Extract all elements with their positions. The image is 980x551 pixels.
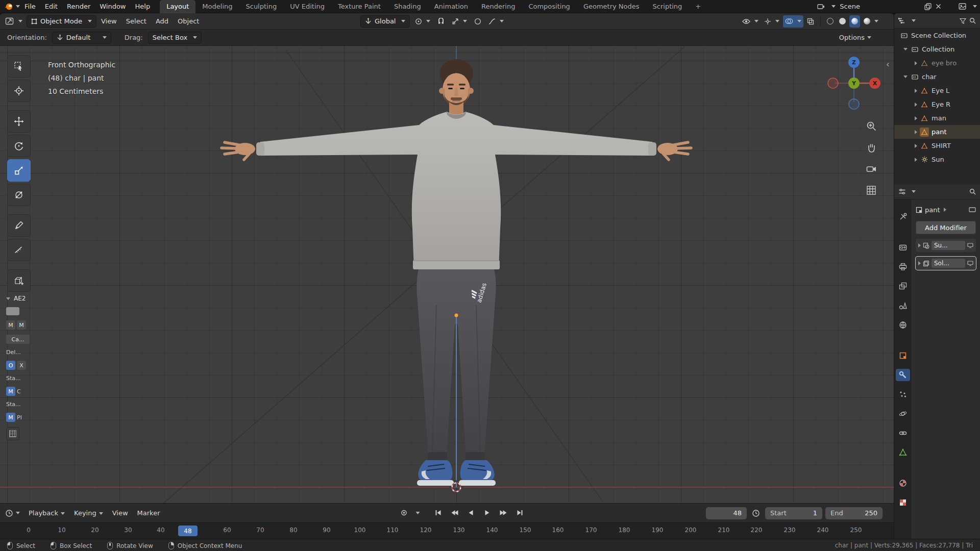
outliner-row-char[interactable]: char <box>894 70 980 84</box>
end-frame-field[interactable]: End250 <box>825 507 883 519</box>
view-layer-icon[interactable] <box>959 3 966 10</box>
expand-icon[interactable] <box>918 261 921 265</box>
tab-shading[interactable]: Shading <box>387 0 428 13</box>
proportional-falloff-dropdown[interactable] <box>486 15 506 28</box>
new-scene-icon[interactable] <box>924 3 932 10</box>
tab-constraints[interactable] <box>896 427 910 439</box>
shading-solid-button[interactable] <box>837 15 848 28</box>
tab-uv-editing[interactable]: UV Editing <box>283 0 331 13</box>
tool-scale[interactable] <box>7 159 31 182</box>
tab-geometry-nodes[interactable]: Geometry Nodes <box>577 0 646 13</box>
camera-view-button[interactable] <box>864 161 879 177</box>
ae2-panel-header[interactable]: AE2 <box>6 295 43 302</box>
tab-modeling[interactable]: Modeling <box>195 0 239 13</box>
menu-select[interactable]: Select <box>121 17 151 25</box>
disclosure-icon[interactable] <box>915 61 917 65</box>
tab-material[interactable] <box>896 477 910 489</box>
ae2-x-button[interactable]: X <box>17 361 26 370</box>
jump-to-start-button[interactable] <box>431 507 446 519</box>
modifier-name-field[interactable]: Sol... <box>932 259 965 268</box>
menu-keying[interactable]: Keying <box>69 509 108 517</box>
chevron-down-icon[interactable] <box>16 512 20 514</box>
tab-physics[interactable] <box>896 408 910 420</box>
play-reverse-button[interactable] <box>464 507 478 519</box>
ae2-c-label[interactable]: C <box>17 388 21 395</box>
tool-annotate[interactable] <box>7 214 31 237</box>
ae2-o-toggle[interactable]: O <box>6 361 15 370</box>
shading-rendered-button[interactable] <box>862 15 880 28</box>
tab-world[interactable] <box>896 319 910 331</box>
outliner-row-scene-collection[interactable]: Scene Collection <box>894 29 980 42</box>
tab-view-layer[interactable] <box>896 280 910 292</box>
modifier-display-icon[interactable] <box>967 261 973 266</box>
play-button[interactable] <box>480 507 495 519</box>
modifier-name-field[interactable]: Su... <box>932 241 965 250</box>
tab-rendering[interactable]: Rendering <box>475 0 522 13</box>
overlays-toggle[interactable] <box>783 15 803 28</box>
tab-object[interactable] <box>896 349 910 362</box>
tab-output[interactable] <box>896 261 910 273</box>
menu-object[interactable]: Object <box>173 17 204 25</box>
outliner-row-shirt[interactable]: SHIRT <box>894 139 980 153</box>
tab-tool[interactable] <box>896 211 910 223</box>
ae2-del-label[interactable]: Del... <box>6 349 21 356</box>
properties-editor-icon[interactable] <box>898 188 906 195</box>
drag-setting-dropdown[interactable]: Select Box <box>148 32 202 44</box>
tab-texture-paint[interactable]: Texture Paint <box>331 0 387 13</box>
tab-modifiers[interactable] <box>896 369 910 381</box>
start-frame-field[interactable]: Start1 <box>765 507 822 519</box>
current-frame-field[interactable]: 48 <box>706 507 747 519</box>
sidebar-collapse-icon[interactable]: ‹ <box>886 59 890 69</box>
tab-animation[interactable]: Animation <box>428 0 475 13</box>
chevron-down-icon[interactable] <box>18 20 22 22</box>
menu-edit[interactable]: Edit <box>40 0 62 13</box>
tool-move[interactable] <box>7 110 31 133</box>
outliner-row-eye-r[interactable]: Eye R <box>894 97 980 111</box>
navigation-gizmo[interactable]: Z X Y <box>826 55 882 111</box>
menu-view[interactable]: View <box>96 17 121 25</box>
zoom-button[interactable] <box>864 118 879 134</box>
options-dropdown[interactable]: Options <box>839 34 871 41</box>
close-icon[interactable] <box>936 4 941 9</box>
editor-type-icon[interactable] <box>3 17 16 25</box>
scene-icon[interactable] <box>817 3 825 10</box>
tab-object-data[interactable] <box>896 446 910 459</box>
3d-viewport[interactable]: adidas Front Orthographic (48) char | pa… <box>0 46 894 503</box>
disclosure-icon[interactable] <box>915 116 917 120</box>
tool-transform[interactable] <box>7 184 31 206</box>
preview-range-clock-icon[interactable] <box>752 509 760 517</box>
ae2-color-swatch[interactable] <box>6 307 19 315</box>
ae2-m4-toggle[interactable]: M <box>6 413 15 422</box>
outliner-row-eyebrow[interactable]: eye bro <box>894 56 980 70</box>
disclosure-icon[interactable] <box>915 144 917 148</box>
menu-view-timeline[interactable]: View <box>108 509 133 517</box>
snap-target-dropdown[interactable] <box>450 15 469 28</box>
ae2-pl-label[interactable]: Pl <box>17 414 22 421</box>
tab-particles[interactable] <box>896 388 910 400</box>
search-icon[interactable] <box>969 17 976 24</box>
ae2-m2-button[interactable]: M <box>17 320 26 330</box>
character-model[interactable]: adidas <box>211 50 701 489</box>
outliner-row-pant[interactable]: pant <box>894 125 980 139</box>
menu-marker[interactable]: Marker <box>133 509 165 517</box>
ae2-sta1-label[interactable]: Sta... <box>6 375 21 382</box>
ae2-m3-toggle[interactable]: M <box>6 387 15 396</box>
chevron-down-icon[interactable] <box>912 190 916 193</box>
ae2-sta2-label[interactable]: Sta... <box>6 401 21 408</box>
modifier-display-icon[interactable] <box>967 243 973 248</box>
auto-key-button[interactable] <box>397 507 411 519</box>
transform-orientation-dropdown[interactable]: Global <box>360 15 410 28</box>
tool-select-box[interactable] <box>7 55 31 78</box>
disclosure-icon[interactable] <box>915 130 917 134</box>
expand-icon[interactable] <box>918 243 921 247</box>
pan-hand-button[interactable] <box>864 140 879 155</box>
timeline-editor-icon[interactable] <box>5 509 13 517</box>
timeline-ruler[interactable]: 0 10 20 30 40 50 60 70 80 90 100 110 120… <box>0 522 894 539</box>
add-modifier-button[interactable]: Add Modifier <box>916 221 976 234</box>
tool-add-cube[interactable] <box>7 269 31 292</box>
outliner-row-eye-l[interactable]: Eye L <box>894 84 980 97</box>
gizmos-dropdown[interactable] <box>762 15 781 28</box>
ae2-m1-button[interactable]: M <box>6 320 15 330</box>
tab-texture[interactable] <box>896 496 910 509</box>
outliner-row-sun[interactable]: Sun <box>894 153 980 166</box>
